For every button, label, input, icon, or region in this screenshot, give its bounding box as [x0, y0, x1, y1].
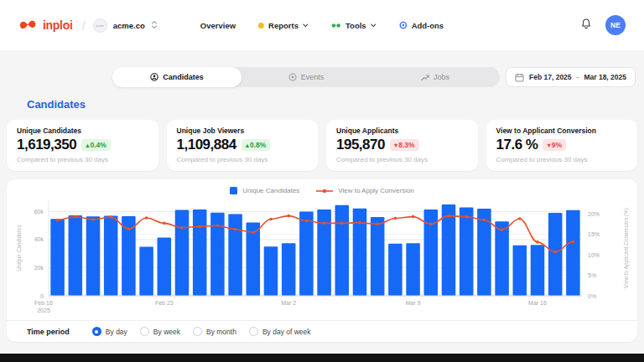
x-axis-tick: Mar 16 — [528, 300, 547, 306]
legend-view-to-apply-conversion[interactable]: View to Apply Conversion — [316, 187, 414, 194]
chart-line-point[interactable] — [518, 217, 522, 220]
nav-addons-label: Add-ons — [412, 21, 444, 30]
radio-by-month[interactable]: By month — [193, 327, 236, 336]
events-icon — [288, 73, 297, 81]
chart-bar[interactable] — [531, 245, 545, 296]
calendar-icon — [515, 73, 524, 82]
radio-by-day[interactable]: By day — [92, 327, 127, 336]
tab-jobs[interactable]: Jobs — [371, 67, 500, 87]
right-axis-tick: 15% — [588, 231, 600, 237]
chart-line-point[interactable] — [287, 215, 290, 218]
chart-bar[interactable] — [406, 243, 420, 296]
chart-bar[interactable] — [371, 217, 385, 296]
chart-line-point[interactable] — [216, 225, 220, 228]
chart-line-point[interactable] — [127, 227, 131, 230]
chart-bar[interactable] — [139, 246, 153, 296]
chart-line-point[interactable] — [376, 223, 379, 226]
legend-label: View to Apply Conversion — [338, 187, 414, 194]
delta-value: 0.4% — [90, 141, 106, 149]
x-axis-tick: Mar 9 — [406, 300, 421, 306]
sort-chevrons-icon — [151, 18, 158, 33]
inploi-swoosh-icon — [18, 18, 37, 34]
chart-line-point[interactable] — [305, 220, 309, 223]
chart-line-point[interactable] — [252, 230, 255, 234]
stat-value: 1,619,350 — [17, 137, 76, 153]
legend-unique-candidates[interactable]: Unique Candidates — [230, 187, 299, 194]
chart-bar[interactable] — [566, 210, 580, 296]
chart-line-point[interactable] — [429, 223, 433, 226]
chart-bar[interactable] — [193, 209, 207, 296]
chart-bar[interactable] — [264, 246, 278, 296]
radio-by-day-of-week[interactable]: By day of week — [249, 327, 311, 336]
chart-line-point[interactable] — [572, 240, 575, 244]
chart-bar[interactable] — [175, 209, 190, 296]
right-axis-tick: 5% — [588, 272, 596, 278]
chart-bar[interactable] — [299, 211, 314, 296]
stat-title: Unique Job Viewers — [177, 127, 309, 135]
chart-line-point[interactable] — [145, 216, 148, 220]
stat-card-unique-job-viewers: Unique Job Viewers 1,109,884 ▴0.8% Compa… — [167, 120, 319, 171]
chart-line-point[interactable] — [553, 251, 557, 254]
brand-logo[interactable]: inploi — [18, 18, 73, 34]
chart-bar[interactable] — [388, 244, 402, 296]
chart-line-point[interactable] — [358, 221, 361, 225]
tab-candidates[interactable]: Candidates — [112, 67, 242, 87]
chart-line-point[interactable] — [163, 222, 166, 225]
left-axis-label: Unique Candidates — [16, 225, 23, 272]
tab-events[interactable]: Events — [242, 67, 371, 87]
chart-line-point[interactable] — [180, 226, 184, 230]
chart-bar[interactable] — [495, 221, 509, 296]
chart-line-point[interactable] — [447, 215, 450, 218]
bottom-dark-strip — [0, 354, 644, 362]
delta-badge: ▴0.4% — [81, 139, 111, 151]
chart-line-point[interactable] — [340, 222, 344, 225]
chart-bar[interactable] — [442, 204, 456, 296]
delta-value: 0.8% — [250, 141, 266, 149]
chart-line-point[interactable] — [56, 219, 60, 222]
radio-icon — [249, 327, 258, 336]
stat-card-unique-candidates: Unique Candidates 1,619,350 ▴0.4% Compar… — [7, 120, 158, 171]
chart-line-point[interactable] — [74, 215, 77, 219]
chart-bar[interactable] — [69, 215, 83, 296]
chart-bar[interactable] — [460, 207, 474, 296]
addons-target-icon — [399, 21, 408, 29]
nav-item-overview[interactable]: Overview — [200, 21, 236, 30]
chart-line-point[interactable] — [109, 215, 112, 219]
chart-line-point[interactable] — [536, 240, 539, 244]
chart-bar[interactable] — [86, 216, 101, 296]
nav-item-addons[interactable]: Add-ons — [399, 21, 444, 30]
divider-slash: / — [82, 18, 86, 33]
chart-line-point[interactable] — [269, 218, 273, 221]
delta-badge: ▴0.8% — [242, 139, 271, 151]
notifications-bell-icon[interactable] — [580, 18, 592, 34]
chart-bar[interactable] — [228, 214, 242, 296]
nav-item-reports[interactable]: Reports — [258, 21, 309, 30]
chart-line-point[interactable] — [483, 219, 486, 222]
org-switcher[interactable]: acme acme.co — [93, 18, 158, 33]
radio-by-week[interactable]: By week — [140, 327, 180, 336]
chart-bar[interactable] — [158, 238, 172, 296]
chart-line-point[interactable] — [323, 222, 326, 225]
chart-bar[interactable] — [282, 243, 296, 296]
nav-item-tools[interactable]: Tools — [331, 21, 377, 30]
chart-bar[interactable] — [335, 205, 350, 296]
user-avatar[interactable]: NE — [605, 15, 626, 35]
legend-label: Unique Candidates — [242, 187, 299, 194]
stat-card-view-to-applicant-conversion: View to Applicant Conversion 17.6 % ▾9% … — [486, 120, 638, 171]
stat-value: 17.6 % — [496, 137, 538, 153]
chart-line-point[interactable] — [198, 225, 201, 229]
chart-line-point[interactable] — [91, 218, 95, 221]
date-range-picker[interactable]: Feb 17, 2025 - Mar 18, 2025 — [506, 67, 636, 87]
chart-bar[interactable] — [104, 216, 118, 296]
chart-bar[interactable] — [513, 246, 527, 296]
radio-label: By month — [206, 328, 236, 336]
chart-line-point[interactable] — [412, 215, 415, 219]
chart-line-point[interactable] — [501, 228, 504, 231]
chart-line-point[interactable] — [465, 215, 468, 219]
chart-bar[interactable] — [548, 213, 563, 296]
chart-line-point[interactable] — [234, 228, 237, 231]
right-axis-tick: 20% — [588, 211, 600, 217]
tab-jobs-label: Jobs — [434, 73, 449, 81]
chart-line-point[interactable] — [394, 217, 397, 220]
chart-bar[interactable] — [50, 219, 65, 296]
